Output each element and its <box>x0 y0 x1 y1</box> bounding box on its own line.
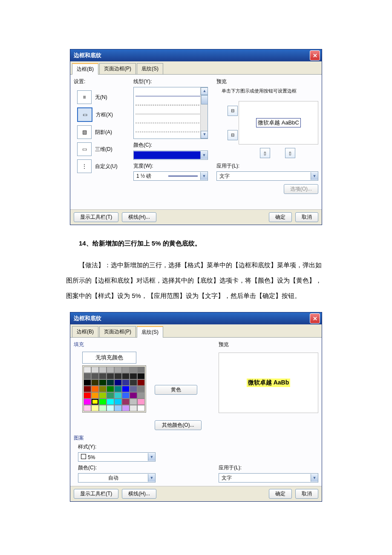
other-colors-button[interactable]: 其他颜色(O)... <box>155 420 202 430</box>
scroll-thumb[interactable] <box>201 95 208 104</box>
close-button[interactable]: ✕ <box>310 313 320 324</box>
palette-color[interactable] <box>122 399 130 405</box>
palette-color[interactable] <box>107 405 114 411</box>
horizontal-line-button[interactable]: 横线(H)... <box>122 489 156 499</box>
preview-sample: 微软卓越 AaBb <box>219 353 318 413</box>
cancel-button[interactable]: 取消 <box>295 212 318 222</box>
tab-border[interactable]: 边框(B) <box>72 326 98 337</box>
palette-color[interactable] <box>130 405 137 411</box>
palette-color[interactable] <box>99 405 107 411</box>
palette-color[interactable] <box>91 399 99 405</box>
palette-color[interactable] <box>130 367 137 373</box>
palette-color[interactable] <box>107 399 114 405</box>
palette-color[interactable] <box>114 367 122 373</box>
palette-color[interactable] <box>130 392 137 399</box>
no-fill-button[interactable]: 无填充颜色 <box>82 352 136 364</box>
apply-select[interactable]: 文字 ▼ <box>216 171 318 181</box>
palette-color[interactable] <box>137 379 145 386</box>
palette-color[interactable] <box>137 386 145 392</box>
palette-color[interactable] <box>130 399 137 405</box>
scroll-down-icon[interactable]: ▼ <box>201 131 208 139</box>
titlebar[interactable]: 边框和底纹 ✕ <box>70 49 322 61</box>
palette-color[interactable] <box>122 392 130 399</box>
apply-select[interactable]: 文字 ▼ <box>219 473 318 483</box>
palette-color[interactable] <box>91 379 99 386</box>
palette-color[interactable] <box>84 386 91 392</box>
custom-icon: ⋮ <box>77 159 92 173</box>
preview-top-button[interactable]: ⊟ <box>228 106 238 116</box>
palette-color[interactable] <box>107 367 114 373</box>
palette-color[interactable] <box>114 373 122 379</box>
line-style-list[interactable]: ▲ ▼ <box>133 87 208 139</box>
scrollbar[interactable]: ▲ ▼ <box>200 87 208 139</box>
palette-color[interactable] <box>130 379 137 386</box>
palette-color[interactable] <box>91 373 99 379</box>
pattern-style-value: 5% <box>88 454 95 460</box>
palette-color[interactable] <box>107 373 114 379</box>
color-select[interactable]: ▼ <box>133 150 208 160</box>
palette-color[interactable] <box>91 392 99 399</box>
palette-color[interactable] <box>114 405 122 411</box>
palette-color[interactable] <box>99 379 107 386</box>
palette-color[interactable] <box>122 373 130 379</box>
palette-color[interactable] <box>99 386 107 392</box>
palette-color[interactable] <box>137 405 145 411</box>
palette-color[interactable] <box>122 367 130 373</box>
tab-page-border[interactable]: 页面边框(P) <box>99 63 136 74</box>
palette-color[interactable] <box>84 379 91 386</box>
palette-color[interactable] <box>107 386 114 392</box>
width-select[interactable]: 1 ½ 磅 ▼ <box>133 171 208 181</box>
show-toolbar-button[interactable]: 显示工具栏(T) <box>74 212 118 222</box>
pattern-style-select[interactable]: 5% ▼ <box>78 452 156 462</box>
palette-color[interactable] <box>84 399 91 405</box>
setting-custom[interactable]: ⋮ 自定义(U) <box>77 159 133 173</box>
palette-color[interactable] <box>99 367 107 373</box>
pattern-color-select[interactable]: 自动 ▼ <box>78 473 156 483</box>
ok-button[interactable]: 确定 <box>269 489 292 499</box>
setting-none[interactable]: ≡ 无(N) <box>77 90 133 104</box>
horizontal-line-button[interactable]: 横线(H)... <box>122 212 156 222</box>
palette-color[interactable] <box>122 405 130 411</box>
palette-color[interactable] <box>130 386 137 392</box>
palette-color[interactable] <box>114 379 122 386</box>
palette-color[interactable] <box>122 379 130 386</box>
setting-box[interactable]: ▭ 方框(X) <box>77 107 133 122</box>
tab-page-border[interactable]: 页面边框(P) <box>99 326 136 337</box>
palette-color[interactable] <box>91 405 99 411</box>
palette-color[interactable] <box>99 392 107 399</box>
palette-color[interactable] <box>84 405 91 411</box>
palette-color[interactable] <box>114 399 122 405</box>
preview-left-button[interactable]: ▯ <box>260 148 270 158</box>
palette-color[interactable] <box>130 373 137 379</box>
palette-color[interactable] <box>107 379 114 386</box>
cancel-button[interactable]: 取消 <box>295 489 318 499</box>
palette-color[interactable] <box>107 392 114 399</box>
tab-border[interactable]: 边框(B) <box>72 63 98 75</box>
titlebar[interactable]: 边框和底纹 ✕ <box>70 312 322 324</box>
show-toolbar-button[interactable]: 显示工具栏(T) <box>74 489 118 499</box>
palette-color[interactable] <box>99 399 107 405</box>
preview-right-button[interactable]: ▯ <box>285 148 295 158</box>
palette-color[interactable] <box>84 367 91 373</box>
palette-color[interactable] <box>84 392 91 399</box>
palette-color[interactable] <box>137 392 145 399</box>
palette-color[interactable] <box>137 373 145 379</box>
palette-color[interactable] <box>99 373 107 379</box>
tab-shading[interactable]: 底纹(S) <box>137 326 163 338</box>
tab-shading[interactable]: 底纹(S) <box>137 63 163 74</box>
setting-3d[interactable]: ▭ 三维(D) <box>77 142 133 156</box>
palette-color[interactable] <box>122 386 130 392</box>
close-button[interactable]: ✕ <box>310 50 320 61</box>
color-palette[interactable] <box>82 365 146 413</box>
setting-shadow[interactable]: ▧ 阴影(A) <box>77 125 133 139</box>
preview-bottom-button[interactable]: ⊟ <box>228 130 238 140</box>
palette-color[interactable] <box>137 367 145 373</box>
palette-color[interactable] <box>137 399 145 405</box>
palette-color[interactable] <box>84 373 91 379</box>
palette-color[interactable] <box>91 386 99 392</box>
ok-button[interactable]: 确定 <box>269 212 292 222</box>
palette-color[interactable] <box>114 392 122 399</box>
scroll-up-icon[interactable]: ▲ <box>201 87 208 95</box>
palette-color[interactable] <box>91 367 99 373</box>
palette-color[interactable] <box>114 386 122 392</box>
